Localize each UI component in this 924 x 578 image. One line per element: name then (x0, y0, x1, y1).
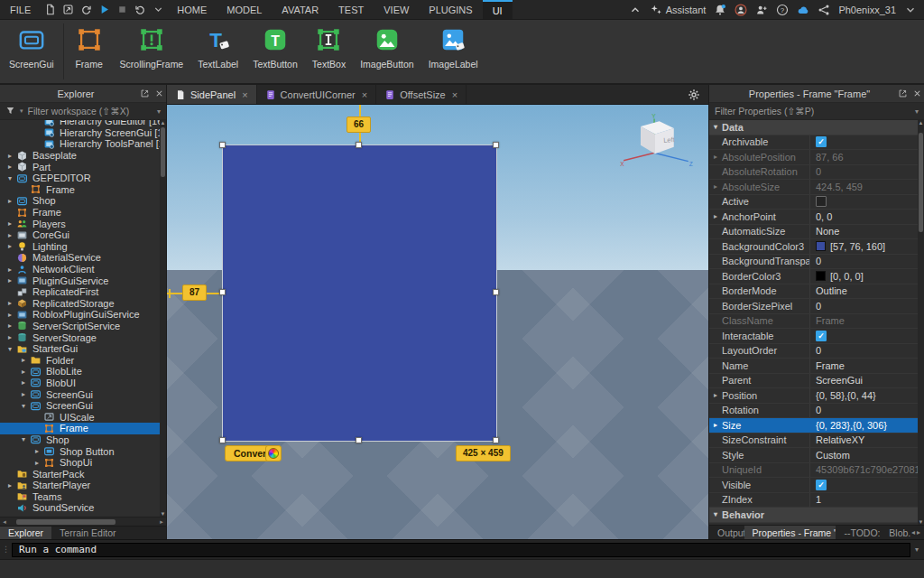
tree-collapsed-arrow-icon[interactable]: ▸ (4, 299, 16, 307)
command-input[interactable]: Run a command (12, 543, 910, 557)
person-add-icon[interactable] (755, 4, 768, 16)
properties-filter-input[interactable]: Filter Properties (⇧⌘P) ▾ (709, 103, 924, 120)
avatar-icon[interactable] (735, 4, 747, 16)
property-value[interactable]: Custom (809, 448, 924, 462)
menu-file[interactable]: FILE (0, 0, 41, 19)
drag-handle-icon[interactable]: ⋮⋮ (2, 546, 7, 553)
tree-item-bloblite[interactable]: ▸BlobLite (0, 366, 166, 378)
dock-tab-terrain-editor[interactable]: Terrain Editor (51, 527, 124, 539)
ribbon-tool-imagebutton[interactable]: ImageButton (353, 20, 421, 83)
property-row-size[interactable]: ▸Size{0, 283},{0, 306} (709, 418, 924, 434)
stop-icon[interactable] (113, 4, 131, 15)
tree-collapsed-arrow-icon[interactable]: ▸ (17, 378, 30, 387)
tree-collapsed-arrow-icon[interactable]: ▸ (31, 447, 43, 455)
ribbon-tool-screengui[interactable]: ScreenGui (2, 20, 61, 83)
tree-item-coregui[interactable]: ▸CoreGui (0, 229, 166, 241)
cloud-icon[interactable] (797, 4, 809, 16)
property-value[interactable]: 0 (809, 344, 924, 359)
selected-frame[interactable] (223, 145, 496, 441)
property-value[interactable]: Frame (809, 359, 924, 373)
property-value[interactable]: 1 (809, 493, 924, 508)
tree-item-blobui[interactable]: ▸BlobUI (0, 378, 166, 389)
menu-model[interactable]: MODEL (217, 0, 272, 19)
color-swatch[interactable] (816, 271, 826, 281)
doc-tab-sidepanel[interactable]: SidePanel× (167, 85, 257, 104)
tree-collapsed-arrow-icon[interactable]: ▸ (4, 152, 16, 160)
tree-collapsed-arrow-icon[interactable]: ▸ (4, 481, 16, 489)
undock-icon[interactable] (895, 89, 910, 98)
checkbox-checked[interactable] (816, 480, 827, 490)
import-icon[interactable] (59, 4, 77, 15)
tree-collapsed-arrow-icon[interactable]: ▸ (4, 242, 16, 250)
property-value[interactable]: Frame (809, 314, 924, 329)
property-row-bordercolor3[interactable]: BorderColor3[0, 0, 0] (709, 269, 924, 284)
scrollbar-thumb[interactable] (919, 133, 923, 232)
explorer-filter-input[interactable]: ▾ Filter workspace (⇧⌘X) ▾ (0, 103, 166, 120)
property-value[interactable]: 0 (809, 165, 924, 180)
tree-item-shopui[interactable]: ▸ShopUi (0, 457, 166, 469)
tree-collapsed-arrow-icon[interactable]: ▸ (17, 368, 30, 376)
tree-item-robloxpluginguiservice[interactable]: ▸RobloxPluginGuiService (0, 309, 166, 321)
caret-down-icon[interactable] (149, 4, 167, 15)
tree-item-replicatedstorage[interactable]: ▸ReplicatedStorage (0, 298, 166, 310)
chevron-up-icon[interactable] (629, 4, 642, 16)
ribbon-tool-frame[interactable]: Frame (66, 20, 113, 83)
property-value[interactable]: [57, 76, 160] (809, 239, 924, 254)
resize-handle[interactable] (493, 289, 499, 295)
resize-handle[interactable] (219, 142, 226, 148)
property-value[interactable]: None (809, 225, 924, 239)
property-value[interactable]: RelativeXY (809, 434, 924, 448)
share-icon[interactable] (818, 4, 830, 16)
resize-handle[interactable] (493, 437, 499, 443)
property-value[interactable]: 87, 66 (809, 150, 924, 164)
property-row-sizeconstraint[interactable]: SizeConstraintRelativeXY (709, 434, 924, 449)
property-row-active[interactable]: Active (709, 195, 924, 210)
section-expand-arrow-icon[interactable]: ▾ (709, 123, 719, 131)
color-swatch[interactable] (816, 241, 826, 251)
doc-tab-offsetsize[interactable]: OffsetSize× (376, 85, 467, 104)
tree-collapsed-arrow-icon[interactable]: ▸ (4, 322, 16, 330)
property-row-bordersizepixel[interactable]: BorderSizePixel0 (709, 299, 924, 314)
property-row-uniqueid[interactable]: UniqueId45309b671c790e27081bb… (709, 463, 924, 479)
tree-item-folder[interactable]: ▸Folder (0, 354, 166, 366)
resize-handle[interactable] (493, 142, 499, 148)
property-row-anchorpoint[interactable]: ▸AnchorPoint0, 0 (709, 210, 924, 225)
dock-tab-todo-0[interactable]: --TODO: 0 (836, 526, 881, 539)
property-value[interactable]: Outline (809, 284, 924, 299)
scroll-right-icon[interactable]: ▸ (157, 518, 166, 526)
tree-collapsed-arrow-icon[interactable]: ▸ (4, 197, 16, 205)
resize-handle[interactable] (356, 437, 362, 443)
expand-arrow-icon[interactable]: ▸ (709, 153, 719, 161)
tree-collapsed-arrow-icon[interactable]: ▸ (4, 219, 16, 228)
tree-item-soundservice[interactable]: SoundService (0, 502, 166, 514)
tree-item-serverscriptservice[interactable]: ▸ServerScriptService (0, 321, 166, 332)
property-section-behavior[interactable]: ▾Behavior (709, 508, 924, 523)
bell-icon[interactable] (714, 4, 726, 16)
ribbon-tool-textbox[interactable]: TextBox (305, 20, 353, 83)
ribbon-tool-textlabel[interactable]: TTextLabel (190, 20, 245, 83)
tree-item-baseplate[interactable]: ▸Baseplate (0, 150, 166, 162)
tree-item-pluginguiservice[interactable]: ▸PluginGuiService (0, 275, 166, 286)
tree-item-replicatedfirst[interactable]: ReplicatedFirst (0, 286, 166, 298)
resize-handle[interactable] (219, 437, 226, 443)
tree-collapsed-arrow-icon[interactable]: ▸ (4, 311, 16, 319)
dock-tab-explorer[interactable]: Explorer (0, 527, 51, 539)
dock-tab-blob[interactable]: Blob. (881, 526, 911, 539)
checkbox-checked[interactable] (816, 136, 827, 147)
dock-tab-scroll-arrows[interactable]: ◂▸ (911, 526, 924, 539)
property-row-visible[interactable]: Visible (709, 478, 924, 493)
property-row-absolutesize[interactable]: ▸AbsoluteSize424.5, 459 (709, 180, 924, 195)
gear-icon[interactable] (688, 85, 708, 104)
dock-tab-properties-frame-frame[interactable]: Properties - Frame "Frame" (744, 526, 836, 539)
tree-collapsed-arrow-icon[interactable]: ▸ (31, 459, 43, 467)
property-row-position[interactable]: ▸Position{0, 58},{0, 44} (709, 388, 924, 404)
tree-item-networkclient[interactable]: ▸NetworkClient (0, 264, 166, 275)
tree-item-starterplayer[interactable]: ▸StarterPlayer (0, 480, 166, 491)
color-wheel-button[interactable] (265, 445, 282, 461)
expand-arrow-icon[interactable]: ▸ (709, 182, 719, 191)
checkbox-checked[interactable] (816, 331, 827, 341)
tree-item-serverstorage[interactable]: ▸ServerStorage (0, 331, 166, 343)
scrollbar-thumb[interactable] (16, 519, 116, 525)
chevron-down-icon[interactable]: ▾ (915, 545, 919, 554)
property-row-absoluteposition[interactable]: ▸AbsolutePosition87, 66 (709, 150, 924, 165)
